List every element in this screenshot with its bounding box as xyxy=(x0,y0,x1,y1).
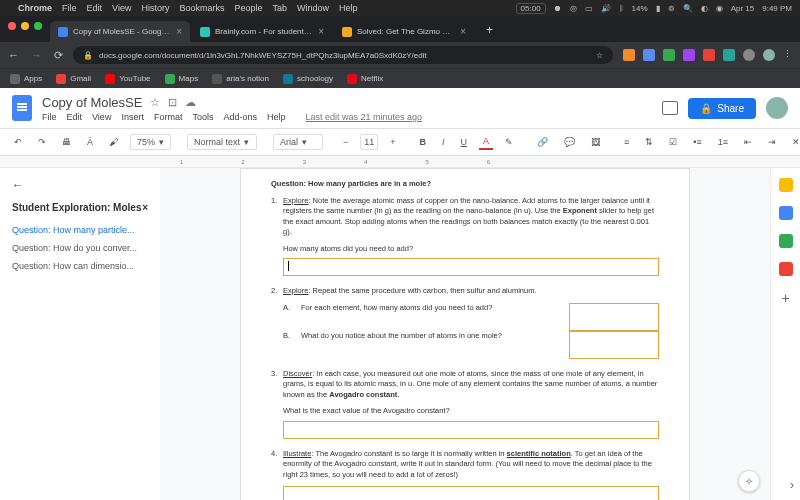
image-button[interactable]: 🖼 xyxy=(587,135,604,149)
wifi-icon[interactable]: ⊚ xyxy=(668,4,675,13)
mac-menu[interactable]: Help xyxy=(339,3,358,13)
airdrop-icon[interactable]: ◎ xyxy=(570,4,577,13)
ruler[interactable]: 1 2 3 4 5 6 xyxy=(0,156,800,168)
record-icon[interactable]: ⏺ xyxy=(554,4,562,13)
outline-title[interactable]: Student Exploration: Moles × xyxy=(12,202,148,213)
bookmark-item[interactable]: aria's notion xyxy=(212,74,269,84)
move-icon[interactable]: ⊡ xyxy=(168,96,177,109)
align-button[interactable]: ≡ xyxy=(620,135,633,149)
menu-tools[interactable]: Tools xyxy=(192,112,213,122)
line-spacing-button[interactable]: ⇅ xyxy=(641,135,657,149)
add-addon-icon[interactable]: + xyxy=(781,290,789,306)
size-increase[interactable]: + xyxy=(386,135,399,149)
spellcheck-button[interactable]: Ā xyxy=(83,135,97,149)
url-input[interactable]: 🔒 docs.google.com/document/d/1ln3vGhL7Nh… xyxy=(73,46,613,64)
undo-button[interactable]: ↶ xyxy=(10,135,26,149)
size-decrease[interactable]: − xyxy=(339,135,352,149)
answer-input[interactable] xyxy=(569,303,659,331)
volume-icon[interactable]: 🔊 xyxy=(601,4,611,13)
mac-menu[interactable]: Bookmarks xyxy=(179,3,224,13)
text-color-button[interactable]: A xyxy=(479,134,493,150)
mac-menu[interactable]: Window xyxy=(297,3,329,13)
extension-icon[interactable] xyxy=(723,49,735,61)
menu-file[interactable]: File xyxy=(42,112,57,122)
highlight-button[interactable]: ✎ xyxy=(501,135,517,149)
answer-input[interactable] xyxy=(283,421,659,439)
star-icon[interactable]: ☆ xyxy=(150,96,160,109)
close-icon[interactable]: × xyxy=(176,26,182,37)
outline-item[interactable]: Question: How many particle... xyxy=(12,221,148,239)
extension-icon[interactable] xyxy=(683,49,695,61)
reload-button[interactable]: ⟳ xyxy=(54,49,63,62)
search-icon[interactable]: 🔍 xyxy=(683,4,693,13)
bold-button[interactable]: B xyxy=(416,135,431,149)
underline-button[interactable]: U xyxy=(457,135,472,149)
extension-icon[interactable] xyxy=(703,49,715,61)
menu-addons[interactable]: Add-ons xyxy=(223,112,257,122)
close-icon[interactable]: × xyxy=(460,26,466,37)
share-button[interactable]: 🔒 Share xyxy=(688,98,756,119)
outline-back-button[interactable]: ← xyxy=(12,178,148,192)
page-canvas[interactable]: Question: How many particles are in a mo… xyxy=(160,168,770,500)
add-comment-button[interactable]: 💬 xyxy=(560,135,579,149)
profile-avatar[interactable] xyxy=(763,49,775,61)
tasks-icon[interactable] xyxy=(779,234,793,248)
bookmark-star-icon[interactable]: ☆ xyxy=(596,51,603,60)
browser-tab[interactable]: Solved: Get The Gizmo Ready × xyxy=(334,21,474,42)
display-icon[interactable]: ▭ xyxy=(585,4,593,13)
outline-item[interactable]: Question: How can dimensio... xyxy=(12,257,148,275)
indent-decrease-button[interactable]: ⇤ xyxy=(740,135,756,149)
comment-icon[interactable] xyxy=(662,101,678,115)
menu-format[interactable]: Format xyxy=(154,112,183,122)
mac-menu[interactable]: Edit xyxy=(87,3,103,13)
docs-logo-icon[interactable] xyxy=(12,95,32,121)
font-size-input[interactable]: 11 xyxy=(360,134,378,150)
overflow-menu-icon[interactable]: ⋮ xyxy=(783,49,792,61)
extension-icon[interactable] xyxy=(643,49,655,61)
forward-button[interactable]: → xyxy=(31,49,42,62)
extension-icon[interactable] xyxy=(663,49,675,61)
checklist-button[interactable]: ☑ xyxy=(665,135,681,149)
font-select[interactable]: Arial▾ xyxy=(273,134,323,150)
bookmark-item[interactable]: YouTube xyxy=(105,74,150,84)
mac-menu[interactable]: History xyxy=(141,3,169,13)
cloud-icon[interactable]: ☁ xyxy=(185,96,196,109)
zoom-select[interactable]: 75%▾ xyxy=(130,134,171,150)
outline-item[interactable]: Question: How do you conver... xyxy=(12,239,148,257)
clear-format-button[interactable]: ✕ xyxy=(788,135,800,149)
siri-icon[interactable]: ◉ xyxy=(716,4,723,13)
paint-format-button[interactable]: 🖌 xyxy=(105,135,122,149)
mac-menu[interactable]: View xyxy=(112,3,131,13)
bookmark-item[interactable]: Gmail xyxy=(56,74,91,84)
link-button[interactable]: 🔗 xyxy=(533,135,552,149)
doc-title[interactable]: Copy of MolesSE xyxy=(42,95,142,110)
numbered-list-button[interactable]: 1≡ xyxy=(714,135,732,149)
bookmark-item[interactable]: Apps xyxy=(10,74,42,84)
app-name[interactable]: Chrome xyxy=(18,3,52,13)
bulleted-list-button[interactable]: •≡ xyxy=(689,135,705,149)
menu-view[interactable]: View xyxy=(92,112,111,122)
back-button[interactable]: ← xyxy=(8,49,19,62)
window-controls[interactable] xyxy=(8,22,42,30)
indent-increase-button[interactable]: ⇥ xyxy=(764,135,780,149)
last-edit-link[interactable]: Last edit was 21 minutes ago xyxy=(305,112,422,122)
close-icon[interactable]: × xyxy=(142,202,148,213)
bluetooth-icon[interactable]: ᛒ xyxy=(619,4,624,13)
browser-tab[interactable]: Brainly.com - For students. By × xyxy=(192,21,332,42)
italic-button[interactable]: I xyxy=(438,135,449,149)
print-button[interactable]: 🖶 xyxy=(58,135,75,149)
avatar[interactable] xyxy=(766,97,788,119)
style-select[interactable]: Normal text▾ xyxy=(187,134,257,150)
mac-menu[interactable]: Tab xyxy=(272,3,287,13)
bookmark-item[interactable]: Netflix xyxy=(347,74,383,84)
bookmark-item[interactable]: Maps xyxy=(165,74,199,84)
answer-input[interactable] xyxy=(283,486,659,500)
battery-icon[interactable]: ▮ xyxy=(656,4,660,13)
mac-menu[interactable]: People xyxy=(234,3,262,13)
bookmark-item[interactable]: schoology xyxy=(283,74,333,84)
keep-icon[interactable] xyxy=(779,206,793,220)
browser-tab[interactable]: Copy of MolesSE - Google Do × xyxy=(50,21,190,42)
mac-menu[interactable]: File xyxy=(62,3,77,13)
side-panel-toggle[interactable]: › xyxy=(790,478,794,492)
close-icon[interactable]: × xyxy=(318,26,324,37)
